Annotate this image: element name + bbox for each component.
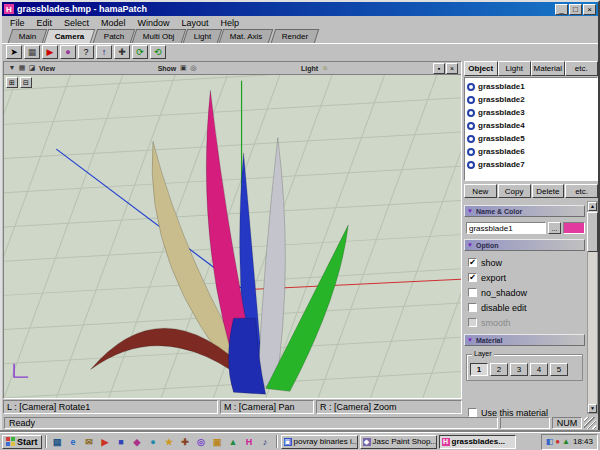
grid-view-icon[interactable]: ▦ [17,63,27,73]
panel-scrollbar[interactable]: ▲ ▼ [587,201,598,414]
rotate-cw-icon[interactable]: ⟳ [132,45,148,59]
pointer-icon[interactable]: ➤ [6,45,22,59]
task-label: povray binaries i... [294,437,358,446]
section-header-option[interactable]: ▼ Option [464,239,585,251]
scroll-up-icon[interactable]: ▲ [588,202,597,211]
launcher-star-icon[interactable]: ★ [162,435,177,449]
object-list-item[interactable]: grassblade5 [467,132,595,145]
object-list[interactable]: grassblade1 grassblade2 grassblade3 gras… [464,77,598,181]
delete-button[interactable]: Delete [532,184,565,198]
viewport-close-icon[interactable]: × [446,63,458,74]
checkbox-no_shadow[interactable]: no_shadow [464,285,585,300]
rotate-ccw-icon[interactable]: ⟲ [150,45,166,59]
object-list-item[interactable]: grassblade3 [467,106,595,119]
launcher-music-icon[interactable]: ♪ [258,435,273,449]
shaded-view-icon[interactable]: ◪ [27,63,37,73]
object-name-input[interactable] [466,222,546,234]
up-axis-icon[interactable]: ↑ [96,45,112,59]
grassblade-silver[interactable] [258,138,286,389]
hamapatch-window: H grassblades.hmp - hamaPatch _□× FileEd… [0,0,600,432]
section-header-material[interactable]: ▼ Material [464,334,585,346]
object-list-item[interactable]: grassblade7 [467,158,595,171]
launcher-povray-icon[interactable]: ▲ [226,435,241,449]
maximize-button[interactable]: □ [569,4,582,15]
tab-mat-axis[interactable]: Mat. Axis [219,29,274,43]
tray-display-icon[interactable]: ◧ [546,438,554,446]
tab-multi-obj[interactable]: Multi Obj [132,29,186,43]
tab-patch[interactable]: Patch [92,29,135,43]
tab-render[interactable]: Render [270,29,319,43]
menu-select[interactable]: Select [58,18,95,28]
launcher-mail-icon[interactable]: ✉ [82,435,97,449]
layer-4-button[interactable]: 4 [530,363,548,376]
tab-camera[interactable]: Camera [44,29,96,43]
scroll-down-icon[interactable]: ▼ [588,404,597,413]
tab-main[interactable]: Main [8,29,48,43]
launcher-media-icon[interactable]: ▶ [98,435,113,449]
launcher-hamapatch-icon[interactable]: H [242,435,257,449]
help-icon[interactable]: ? [78,45,94,59]
tray-volume-icon[interactable]: ● [555,438,560,446]
launcher-globe-icon[interactable]: ● [146,435,161,449]
light-toggle-icon[interactable]: ☼ [320,63,330,73]
show-points-icon[interactable]: ▣ [178,63,188,73]
section-header-name-color[interactable]: ▼ Name & Color [464,205,585,217]
point-icon[interactable]: ● [60,45,76,59]
object-list-item[interactable]: grassblade4 [467,119,595,132]
add-point-icon[interactable]: ✚ [114,45,130,59]
object-icon [467,135,475,143]
object-list-item[interactable]: grassblade6 [467,145,595,158]
minimize-button[interactable]: _ [555,4,568,15]
checkbox-show[interactable]: ✔ show [464,255,585,270]
etc-button[interactable]: etc. [565,184,598,198]
launcher-paint-icon[interactable]: ◆ [130,435,145,449]
checkbox-export[interactable]: ✔ export [464,270,585,285]
panel-tab-light[interactable]: Light [498,61,532,76]
panel-tab-material[interactable]: Material [531,61,565,76]
object-color-swatch[interactable] [563,222,585,234]
resize-grip[interactable] [584,417,596,429]
close-button[interactable]: × [583,4,596,15]
launcher-cd-icon[interactable]: ◎ [194,435,209,449]
copy-button[interactable]: Copy [498,184,531,198]
select-box-icon[interactable]: ▦ [24,45,40,59]
layer-2-button[interactable]: 2 [490,363,508,376]
menu-edit[interactable]: Edit [31,18,59,28]
viewport-canvas[interactable]: ⊞⊟ [4,75,461,398]
menu-window[interactable]: Window [132,18,176,28]
menu-layout[interactable]: Layout [176,18,215,28]
grid-toggle-icon[interactable]: ⊞ [6,77,18,88]
start-label: Start [17,437,38,447]
start-button[interactable]: Start [2,435,42,449]
render-play-icon[interactable]: ▶ [42,45,58,59]
tab-light[interactable]: Light [182,29,222,43]
show-normals-icon[interactable]: ◎ [188,63,198,73]
menu-file[interactable]: File [4,18,31,28]
task-button-povray-binaries-i[interactable]: ▣ povray binaries i... [281,435,358,449]
launcher-ie-icon[interactable]: e [66,435,81,449]
checkbox-disable-edit[interactable]: disable edit [464,300,585,315]
checkbox-smooth[interactable]: smooth [464,315,585,330]
panel-tab-object[interactable]: Object [464,61,498,76]
viewport-minimize-icon[interactable]: ▪ [433,63,445,74]
scroll-thumb[interactable] [587,212,598,252]
menu-help[interactable]: Help [215,18,246,28]
view-menu-arrow-icon[interactable]: ▼ [7,63,17,73]
new-button[interactable]: New [464,184,497,198]
launcher-tools-icon[interactable]: ✚ [178,435,193,449]
panel-tab-etc[interactable]: etc. [565,61,599,76]
layer-5-button[interactable]: 5 [550,363,568,376]
layer-3-button[interactable]: 3 [510,363,528,376]
task-button-jasc-paint-shop[interactable]: ◆ Jasc Paint Shop... [360,435,437,449]
launcher-doc-icon[interactable]: ■ [114,435,129,449]
launcher-desktop-icon[interactable]: ▤ [50,435,65,449]
object-list-item[interactable]: grassblade1 [467,80,595,93]
tray-scheduler-icon[interactable]: ▲ [562,438,570,446]
object-list-item[interactable]: grassblade2 [467,93,595,106]
task-button-grassblades[interactable]: H grassblades... [439,435,516,449]
menu-model[interactable]: Model [95,18,132,28]
launcher-folder-icon[interactable]: ▣ [210,435,225,449]
axis-toggle-icon[interactable]: ⊟ [20,77,32,88]
color-browse-button[interactable]: ... [548,222,561,234]
layer-1-button[interactable]: 1 [470,363,488,376]
